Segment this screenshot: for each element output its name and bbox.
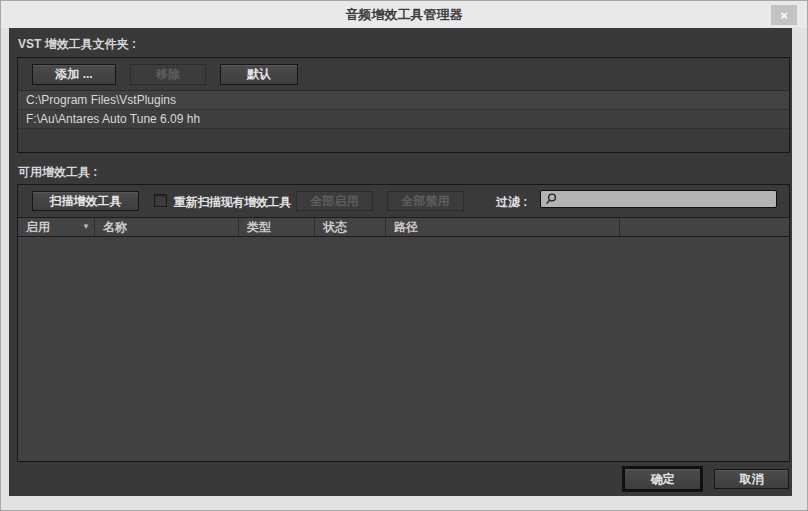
vst-folders-label: VST 增效工具文件夹 :	[18, 36, 136, 53]
rescan-checkbox-label[interactable]: 重新扫描现有增效工具	[174, 194, 291, 211]
vst-folder-toolbar: 添加 ... 移除 默认	[32, 64, 298, 85]
ok-button[interactable]: 确定	[624, 468, 701, 490]
chevron-down-icon[interactable]: ▼	[82, 223, 90, 231]
rescan-checkbox[interactable]	[154, 194, 167, 207]
cancel-button[interactable]: 取消	[714, 469, 789, 489]
column-header-spacer	[619, 218, 789, 236]
remove-folder-button: 移除	[130, 64, 206, 85]
disable-all-button: 全部禁用	[387, 191, 464, 211]
default-folders-button[interactable]: 默认	[220, 64, 298, 85]
dialog-title: 音频增效工具管理器	[346, 6, 463, 24]
dialog-body: VST 增效工具文件夹 : 添加 ... 移除 默认 C:\Program Fi…	[9, 28, 792, 496]
enable-all-button: 全部启用	[296, 191, 373, 211]
scan-plugins-button[interactable]: 扫描增效工具	[32, 191, 139, 211]
search-icon	[545, 192, 557, 206]
plugin-manager-dialog: 音频增效工具管理器 × VST 增效工具文件夹 : 添加 ... 移除 默认 C…	[0, 0, 808, 511]
close-icon: ×	[780, 9, 788, 22]
vst-folders-group: 添加 ... 移除 默认 C:\Program Files\VstPlugins…	[17, 57, 790, 153]
add-folder-button[interactable]: 添加 ...	[32, 64, 116, 85]
folder-row[interactable]: C:\Program Files\VstPlugins	[18, 91, 789, 110]
column-header-type[interactable]: 类型	[238, 218, 314, 236]
column-header-enable[interactable]: 启用 ▼	[18, 218, 94, 236]
folder-row[interactable]: F:\Au\Antares Auto Tune 6.09 hh	[18, 110, 789, 129]
filter-search-box[interactable]	[540, 190, 777, 208]
vst-folder-list: C:\Program Files\VstPlugins F:\Au\Antare…	[18, 90, 789, 129]
available-plugins-label: 可用增效工具 :	[18, 164, 97, 181]
plugins-table-header: 启用 ▼ 名称 类型 状态 路径	[18, 217, 789, 237]
column-header-name[interactable]: 名称	[94, 218, 238, 236]
column-header-status[interactable]: 状态	[314, 218, 385, 236]
titlebar[interactable]: 音频增效工具管理器 ×	[1, 1, 807, 28]
filter-label: 过滤 :	[496, 194, 527, 211]
close-button[interactable]: ×	[771, 5, 797, 25]
plugins-table-body	[18, 237, 789, 461]
filter-input[interactable]	[557, 192, 772, 206]
column-header-path[interactable]: 路径	[385, 218, 619, 236]
available-plugins-group: 扫描增效工具 重新扫描现有增效工具 全部启用 全部禁用 过滤 : 启用 ▼ 名称	[17, 184, 790, 462]
